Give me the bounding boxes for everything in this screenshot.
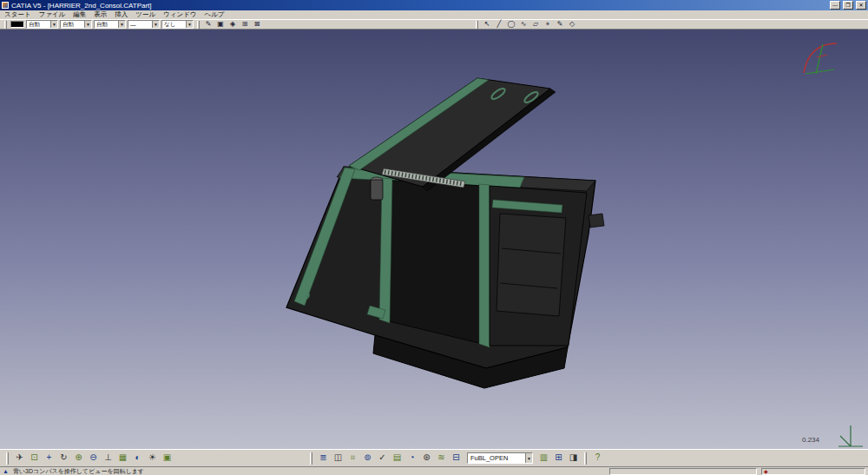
compass[interactable] bbox=[804, 43, 837, 74]
toolbar-grip[interactable] bbox=[476, 21, 478, 29]
compass-hint-icon: ▲ bbox=[3, 468, 9, 475]
toolbar-grip[interactable] bbox=[310, 452, 312, 465]
plane-icon[interactable]: ▱ bbox=[530, 20, 541, 29]
history-icon[interactable]: ◔ bbox=[405, 452, 418, 465]
catalog-icon[interactable]: ▤ bbox=[391, 452, 404, 465]
window-icon[interactable]: ▥ bbox=[537, 452, 550, 465]
pan-icon[interactable]: + bbox=[43, 452, 56, 465]
zoom-out-icon[interactable]: ⊖ bbox=[87, 452, 100, 465]
model-tab bbox=[589, 214, 604, 228]
rotate-icon[interactable]: ↻ bbox=[57, 452, 70, 465]
toolbar-grip[interactable] bbox=[584, 452, 587, 465]
hide-show-icon[interactable]: ☀ bbox=[146, 452, 159, 465]
layer-combo[interactable]: なし ▼ bbox=[161, 20, 194, 29]
viewport[interactable]: 0.234 bbox=[0, 30, 868, 449]
status-bar: ▲ 青い3Dコンパスを操作してビューを回転します ◆ bbox=[0, 466, 868, 475]
multi-view-icon[interactable]: ▦ bbox=[116, 452, 129, 465]
power-input-icon: ◆ bbox=[764, 469, 768, 474]
knowledge-icon[interactable]: ⊛ bbox=[420, 452, 433, 465]
combo-value: 自動 bbox=[61, 21, 84, 29]
toolbar-grip[interactable] bbox=[6, 452, 9, 465]
chevron-down-icon[interactable]: ▼ bbox=[152, 21, 159, 28]
mode-combo[interactable]: FuBL_OPEN ▼ bbox=[467, 452, 533, 464]
menu-file[interactable]: ファイル bbox=[39, 10, 66, 19]
chevron-down-icon[interactable]: ▼ bbox=[84, 21, 91, 28]
menu-edit[interactable]: 編集 bbox=[73, 10, 86, 19]
combo-value: 自動 bbox=[95, 21, 118, 29]
menu-help[interactable]: ヘルプ bbox=[204, 10, 224, 19]
spline-icon[interactable]: ∿ bbox=[518, 20, 529, 29]
title-bar: CATIA V5 - [HARRIER_2nd_Consol.CATPart] … bbox=[0, 0, 868, 10]
mass-properties-icon[interactable]: ◫ bbox=[332, 452, 345, 465]
toolbar-grip[interactable] bbox=[4, 21, 7, 29]
table-icon[interactable]: ⊟ bbox=[450, 452, 463, 465]
zoom-in-icon[interactable]: ⊕ bbox=[72, 452, 85, 465]
circle-icon[interactable]: ◯ bbox=[506, 20, 516, 29]
analysis-icon[interactable]: ≋ bbox=[435, 452, 448, 465]
fit-all-icon[interactable]: ⊡ bbox=[28, 452, 41, 465]
model-3d[interactable] bbox=[286, 78, 604, 388]
select-arrow-icon[interactable]: ↖ bbox=[482, 20, 492, 29]
new-window-icon[interactable]: ⊞ bbox=[552, 452, 565, 465]
graphic-properties-toolbar: 自動 ▼ 自動 ▼ 自動 ▼ — ▼ なし ▼ ✎ ▣ ◈ ⊞ ⊠ ↖ ╱ ◯ … bbox=[0, 19, 868, 30]
viewport-canvas bbox=[0, 30, 868, 449]
color-swatch[interactable] bbox=[10, 21, 24, 28]
chevron-down-icon[interactable]: ▼ bbox=[186, 21, 193, 28]
command-field[interactable] bbox=[609, 468, 757, 475]
grid-icon[interactable]: ⌗ bbox=[346, 452, 359, 465]
split-view-icon[interactable]: ◨ bbox=[567, 452, 580, 465]
check-icon[interactable]: ✓ bbox=[376, 452, 389, 465]
snap-icon[interactable]: ⊠ bbox=[252, 20, 262, 29]
axis-icon[interactable]: ⌖ bbox=[542, 20, 553, 29]
scale-readout: 0.234 bbox=[802, 436, 819, 444]
normal-view-icon[interactable]: ⊥ bbox=[102, 452, 115, 465]
measure-icon[interactable]: ≣ bbox=[317, 452, 330, 465]
bottom-toolbar: ✈ ⊡ + ↻ ⊕ ⊖ ⊥ ▦ ◐ ☀ ▣ ≣ ◫ ⌗ ⊚ ✓ ▤ ◔ ⊛ ≋ … bbox=[0, 449, 868, 466]
painter-icon[interactable]: ✎ bbox=[203, 20, 214, 29]
minimize-button[interactable]: — bbox=[830, 1, 840, 10]
pointtype-combo[interactable]: — ▼ bbox=[128, 20, 160, 29]
window-title: CATIA V5 - [HARRIER_2nd_Consol.CATPart] bbox=[11, 2, 827, 10]
render-style-icon[interactable]: ◐ bbox=[131, 452, 144, 465]
chevron-down-icon[interactable]: ▼ bbox=[118, 21, 125, 28]
restore-button[interactable]: ❐ bbox=[843, 1, 853, 10]
mode-combo-value: FuBL_OPEN bbox=[468, 454, 525, 462]
transparency-combo[interactable]: 自動 ▼ bbox=[26, 20, 58, 29]
status-message: 青い3Dコンパスを操作してビューを回転します bbox=[13, 467, 144, 475]
toolbar-grip[interactable] bbox=[197, 21, 200, 29]
menu-insert[interactable]: 挿入 bbox=[115, 10, 128, 19]
app-icon bbox=[2, 2, 9, 9]
power-input-field[interactable]: ◆ bbox=[761, 468, 865, 475]
menu-bar: スタート ファイル 編集 表示 挿入 ツール ウィンドウ ヘルプ bbox=[0, 10, 868, 19]
menu-window[interactable]: ウィンドウ bbox=[163, 10, 196, 19]
link-manager-icon[interactable]: ▣ bbox=[215, 20, 226, 29]
model-trim-v2 bbox=[479, 184, 490, 347]
combo-value: — bbox=[128, 22, 152, 28]
fly-mode-icon[interactable]: ✈ bbox=[13, 452, 26, 465]
model-center-panel bbox=[384, 180, 483, 344]
menu-view[interactable]: 表示 bbox=[94, 10, 107, 19]
model-inner-shelf bbox=[496, 214, 566, 316]
linetype-combo[interactable]: 自動 ▼ bbox=[60, 20, 92, 29]
chevron-down-icon[interactable]: ▼ bbox=[525, 453, 532, 463]
grid-icon[interactable]: ⊞ bbox=[240, 20, 250, 29]
chevron-down-icon[interactable]: ▼ bbox=[50, 21, 57, 28]
combo-value: なし bbox=[162, 21, 186, 29]
surface-icon[interactable]: ◇ bbox=[567, 20, 577, 29]
workbench-icon[interactable]: ▣ bbox=[161, 452, 174, 465]
combo-value: 自動 bbox=[27, 21, 50, 29]
menu-tools[interactable]: ツール bbox=[135, 10, 155, 19]
menu-start[interactable]: スタート bbox=[4, 10, 31, 19]
help-icon[interactable]: ? bbox=[591, 452, 604, 465]
line-icon[interactable]: ╱ bbox=[494, 20, 504, 29]
close-button[interactable]: ✕ bbox=[856, 1, 866, 10]
model-damper bbox=[371, 180, 383, 200]
axis-indicator-icon bbox=[838, 426, 863, 446]
thickness-combo[interactable]: 自動 ▼ bbox=[94, 20, 126, 29]
filter-icon[interactable]: ◈ bbox=[227, 20, 238, 29]
snap-icon[interactable]: ⊚ bbox=[361, 452, 374, 465]
sketch-icon[interactable]: ✎ bbox=[555, 20, 565, 29]
